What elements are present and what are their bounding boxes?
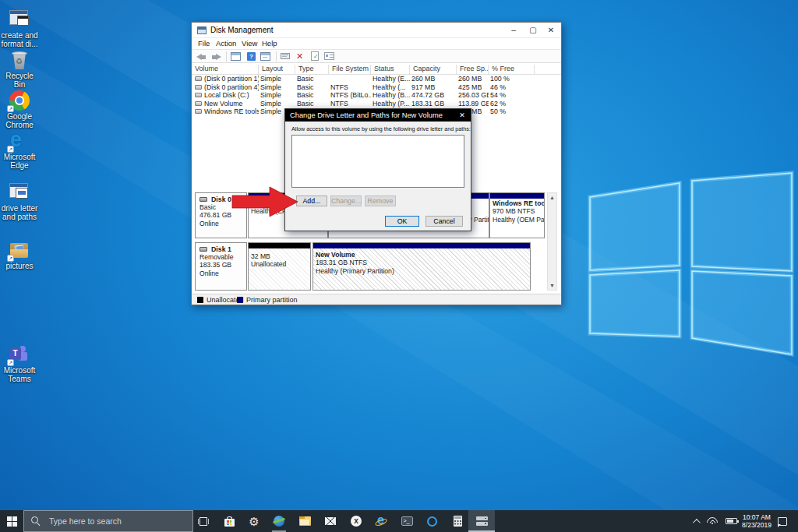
delete-x-icon[interactable]: ✕ — [295, 51, 306, 62]
column-filler — [535, 65, 561, 75]
column-type[interactable]: Type — [295, 65, 329, 75]
column-file-system[interactable]: File System — [329, 65, 371, 75]
console-detail-icon[interactable] — [260, 51, 271, 62]
recycle-bin-icon: ♻ — [9, 50, 30, 70]
column-percent-free[interactable]: % Free — [489, 65, 535, 75]
volume-icon — [195, 85, 202, 90]
volume-icon — [195, 76, 202, 81]
file-explorer-button[interactable] — [295, 510, 315, 532]
menu-action[interactable]: Action — [216, 39, 236, 48]
windows-logo-icon — [7, 516, 17, 527]
calculator-button[interactable] — [447, 510, 468, 532]
column-capacity[interactable]: Capacity — [410, 65, 457, 75]
browser-e-button[interactable]: e — [371, 510, 391, 532]
volume-row[interactable]: Local Disk (C:) Simple Basic NTFS (BitLo… — [192, 91, 561, 100]
cortana-button[interactable] — [422, 510, 442, 532]
column-status[interactable]: Status — [371, 65, 410, 75]
store-icon — [224, 516, 235, 527]
cancel-button[interactable]: Cancel — [425, 216, 463, 227]
cell-percent-free: 100 % — [490, 75, 533, 83]
settings-button[interactable]: ⚙ — [244, 510, 264, 532]
partition-new-volume[interactable]: New Volume 183.31 GB NTFS Healthy (Prima… — [312, 242, 531, 291]
disk-size: 183.35 GB — [200, 261, 246, 269]
tray-chevron-button[interactable] — [689, 510, 701, 532]
check-document-icon[interactable]: ✓ — [310, 51, 321, 62]
desktop-icon-label: create and format di... — [0, 31, 39, 48]
toolbar: ? ✕ ✓ — [192, 49, 561, 63]
partition-unallocated[interactable]: 32 MB Unallocated — [248, 242, 311, 291]
desktop-icon-label: pictures — [0, 262, 39, 270]
desktop-icon-microsoft-edge[interactable]: e ↗ Microsoft Edge — [0, 131, 39, 170]
graph-scrollbar[interactable]: ▲ ▼ — [547, 192, 557, 291]
wifi-button[interactable] — [704, 510, 720, 532]
legend-bar: Unallocated Primary partition — [192, 294, 561, 305]
xbox-button[interactable]: x — [346, 510, 366, 532]
drive-letter-listbox[interactable] — [291, 135, 464, 188]
partition-size: 970 MB NTFS — [493, 207, 544, 215]
menu-help[interactable]: Help — [262, 39, 277, 48]
desktop-icon-create-and-format[interactable]: create and format di... — [0, 9, 39, 48]
forward-arrow-icon[interactable] — [210, 51, 221, 62]
cell-free-space: 113.89 GB — [458, 100, 489, 108]
desktop-icon-pictures[interactable]: ↗ pictures — [0, 240, 39, 270]
partition-title: New Volume — [316, 251, 530, 259]
action-center-icon — [778, 517, 787, 526]
powershell-icon: >_ — [401, 516, 413, 526]
battery-button[interactable] — [722, 510, 740, 532]
cell-free-space: 260 MB — [458, 75, 489, 83]
ok-button[interactable]: OK — [385, 216, 419, 227]
menu-file[interactable]: File — [198, 39, 210, 48]
console-window-icon[interactable] — [231, 51, 242, 62]
dialog-titlebar[interactable]: Change Drive Letter and Paths for New Vo… — [285, 109, 471, 122]
help-icon[interactable]: ? — [246, 51, 257, 62]
browser-globe-button[interactable] — [269, 510, 289, 532]
search-input[interactable] — [23, 510, 193, 532]
column-volume[interactable]: Volume — [192, 65, 259, 75]
volume-row[interactable]: (Disk 0 partition 4) Simple Basic NTFS H… — [192, 83, 561, 92]
back-arrow-icon[interactable] — [196, 51, 207, 62]
action-center-button[interactable] — [773, 510, 792, 532]
clock-date: 8/23/2019 — [742, 521, 772, 529]
desktop-icon-microsoft-teams[interactable]: T ↗ Microsoft Teams — [0, 344, 39, 383]
cell-type: Basic — [297, 100, 329, 108]
store-button[interactable] — [219, 510, 239, 532]
start-button[interactable] — [2, 510, 22, 532]
powershell-button[interactable]: >_ — [397, 510, 417, 532]
column-layout[interactable]: Layout — [259, 65, 295, 75]
task-view-button[interactable] — [193, 510, 214, 532]
cell-type: Basic — [297, 83, 329, 92]
popup-menu-icon[interactable] — [281, 51, 291, 62]
close-button[interactable]: ✕ — [542, 23, 560, 37]
mail-button[interactable] — [320, 510, 341, 532]
disk-management-taskbar-button[interactable] — [468, 510, 495, 532]
cell-percent-free: 54 % — [490, 91, 533, 100]
scroll-down-icon[interactable]: ▼ — [548, 283, 556, 288]
cell-layout: Simple — [260, 91, 295, 100]
cell-capacity: 260 MB — [411, 75, 457, 83]
menu-view[interactable]: View — [242, 39, 257, 48]
cell-status: Healthy (E... — [373, 75, 410, 83]
minimize-button[interactable]: – — [505, 23, 522, 37]
volume-row[interactable]: New Volume Simple Basic NTFS Healthy (P.… — [192, 100, 561, 108]
desktop-icon-drive-letter-paths[interactable]: drive letter and paths — [0, 182, 39, 221]
taskbar: ⚙ x e — [0, 510, 798, 532]
maximize-button[interactable]: ▢ — [524, 23, 542, 37]
desktop-icon-google-chrome[interactable]: ↗ Google Chrome — [0, 90, 39, 129]
partition-windows-re-tools[interactable]: Windows RE tools 970 MB NTFS Healthy (OE… — [489, 192, 545, 238]
dialog-close-icon[interactable]: ✕ — [457, 111, 468, 120]
window-screenshot-icon — [9, 182, 30, 203]
scroll-up-icon[interactable]: ▲ — [548, 195, 556, 200]
properties-icon[interactable] — [324, 51, 335, 62]
partition-title: Windows RE tools — [493, 199, 544, 207]
window-titlebar[interactable]: Disk Management – ▢ ✕ — [192, 23, 561, 38]
remove-button[interactable]: Remove — [365, 196, 396, 206]
disk-1-panel[interactable]: Disk 1 Removable 183.35 GB Online — [195, 242, 247, 291]
volume-row[interactable]: (Disk 0 partition 1) Simple Basic Health… — [192, 75, 561, 83]
clock[interactable]: 10:07 AM 8/23/2019 — [739, 510, 775, 532]
desktop-icon-recycle-bin[interactable]: ♻ Recycle Bin — [0, 50, 39, 89]
change-button[interactable]: Change... — [330, 196, 362, 206]
column-free-space[interactable]: Free Sp... — [457, 65, 489, 75]
disk-management-icon — [476, 516, 488, 526]
xbox-icon: x — [351, 516, 362, 527]
battery-icon — [726, 518, 737, 524]
